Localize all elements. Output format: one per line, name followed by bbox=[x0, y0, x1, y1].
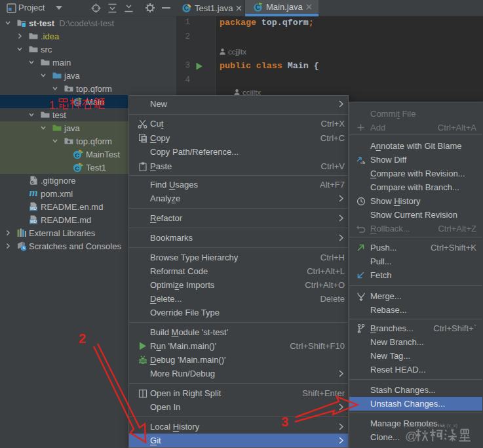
svg-text:3: 3 bbox=[281, 415, 288, 429]
svg-text:(uCu-) (n_n) (UTU) (v_v): (uCu-) (n_n) (UTU) (v_v) bbox=[404, 422, 458, 428]
svg-text:2: 2 bbox=[79, 331, 86, 346]
svg-text:@: @ bbox=[405, 429, 417, 443]
svg-text:1.: 1. bbox=[49, 99, 58, 111]
